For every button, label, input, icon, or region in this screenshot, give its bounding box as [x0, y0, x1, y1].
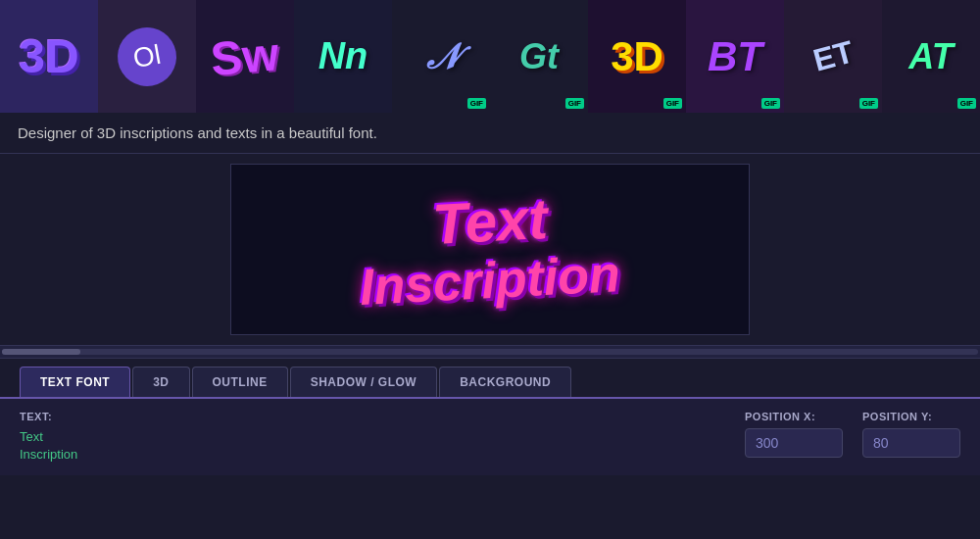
gallery-label-sw: Sw	[209, 26, 281, 86]
scrollbar-track	[2, 349, 978, 355]
inscription-line2: Inscription	[359, 246, 621, 316]
gallery-item-gt[interactable]: Gt GIF	[490, 0, 588, 113]
position-y-label: POSITION Y:	[862, 411, 960, 422]
position-y-input[interactable]	[862, 428, 960, 458]
canvas-area: Text Inscription	[230, 164, 750, 335]
gallery-label-nn: Nn	[318, 35, 368, 77]
horizontal-scrollbar[interactable]	[0, 345, 980, 359]
gif-badge: GIF	[467, 98, 486, 109]
tab-background[interactable]: BACKGROUND	[439, 367, 571, 397]
gallery-label-gt: Gt	[519, 36, 559, 77]
position-x-label: POSITION X:	[745, 411, 843, 422]
gallery-item-nn[interactable]: Nn	[294, 0, 392, 113]
gallery-label-3d: 3D	[19, 29, 78, 83]
scrollbar-thumb[interactable]	[2, 349, 80, 355]
gallery-item-bt[interactable]: BT GIF	[686, 0, 784, 113]
gallery-label-bt: BT	[708, 33, 762, 80]
gif-badge-4: GIF	[761, 98, 780, 109]
tab-outline[interactable]: OUTLINE	[192, 367, 288, 397]
gallery-item-3d[interactable]: 3D	[0, 0, 98, 113]
tab-3d[interactable]: 3D	[132, 367, 189, 397]
positions-row: POSITION X: POSITION Y:	[745, 411, 960, 458]
gif-badge-2: GIF	[565, 98, 584, 109]
gallery-label-at: AT	[908, 36, 953, 77]
inscription-preview: Text Inscription	[360, 190, 620, 309]
text-display-value: Text Inscription	[20, 428, 77, 464]
gif-badge-3: GIF	[663, 98, 682, 109]
tab-text-font[interactable]: TEXT FONT	[20, 367, 130, 397]
gallery-item-n[interactable]: 𝒩 GIF	[392, 0, 490, 113]
gif-badge-5: GIF	[859, 98, 878, 109]
text-control-group: TEXT: Text Inscription	[20, 411, 77, 464]
app-description: Designer of 3D inscriptions and texts in…	[0, 113, 980, 154]
position-y-group: POSITION Y:	[862, 411, 960, 458]
gallery-item-ol[interactable]: Ol	[98, 0, 196, 113]
gallery-label-n: 𝒩	[427, 36, 456, 77]
position-x-group: POSITION X:	[745, 411, 843, 458]
gallery-item-3d2[interactable]: 3D GIF	[588, 0, 686, 113]
text-line2: Inscription	[20, 446, 77, 464]
text-line1: Text	[20, 428, 77, 446]
text-label: TEXT:	[20, 411, 77, 422]
controls-area: TEXT: Text Inscription POSITION X: POSIT…	[0, 397, 980, 475]
tab-bar: TEXT FONT 3D OUTLINE SHADOW / GLOW BACKG…	[0, 359, 980, 397]
canvas-wrapper: Text Inscription	[0, 154, 980, 345]
style-gallery: 3D Ol Sw Nn 𝒩 GIF Gt GIF 3D GIF BT GIF E…	[0, 0, 980, 113]
gif-badge-6: GIF	[957, 98, 976, 109]
position-x-input[interactable]	[745, 428, 843, 458]
gallery-item-sw[interactable]: Sw	[196, 0, 294, 113]
gallery-label-ol: Ol	[113, 23, 181, 91]
tab-shadow-glow[interactable]: SHADOW / GLOW	[290, 367, 438, 397]
gallery-item-et[interactable]: ET GIF	[784, 0, 882, 113]
gallery-label-3d2: 3D	[611, 33, 663, 80]
gallery-item-at[interactable]: AT GIF	[882, 0, 980, 113]
gallery-label-et: ET	[808, 33, 857, 78]
